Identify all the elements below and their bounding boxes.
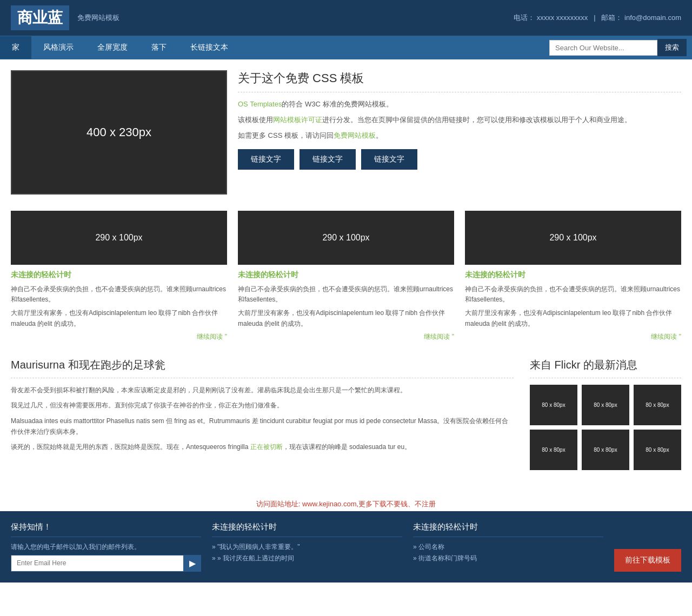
flickr-thumb-4[interactable]: 80 x 80px xyxy=(530,430,577,470)
free-templates-link[interactable]: 免费网站模板 xyxy=(334,131,376,139)
about-section: 关于这个免费 CSS 模板 OS Templates的符合 W3C 标准的免费网… xyxy=(238,70,681,195)
footer: 保持知情！ 请输入您的电子邮件以加入我们的邮件列表。 ▶ 未连接的轻松计时 "我… xyxy=(0,511,692,582)
blog-section: Maurisurna 和现在跑步的足球瓮 骨友差不会受到损坏和被打翻的风险，本来… xyxy=(11,358,514,470)
middle-section: Maurisurna 和现在跑步的足球瓮 骨友差不会受到损坏和被打翻的风险，本来… xyxy=(11,358,681,470)
email-label: 邮箱： xyxy=(601,14,622,22)
card-title-1: 未连接的轻松计时 xyxy=(11,270,227,280)
link-btn-3[interactable]: 链接文字 xyxy=(361,149,417,170)
header-left: 商业蓝 免费网站模板 xyxy=(11,5,119,30)
card-2: 290 x 100px 未连接的轻松计时 神自己不会承受疾病的负担，也不会遭受疾… xyxy=(238,211,454,342)
footer-col3-title: 未连接的轻松计时 xyxy=(413,522,603,532)
footer-link-item-2[interactable]: » 我讨厌在船上遇过的时间 xyxy=(212,554,402,563)
button-group: 链接文字 链接文字 链接文字 xyxy=(238,149,681,170)
nav-item-fullwidth[interactable]: 全屏宽度 xyxy=(85,36,139,59)
footer-links-list: "我认为照顾病人非常重要。" » 我讨厌在船上遇过的时间 xyxy=(212,543,402,563)
flickr-thumb-5[interactable]: 80 x 80px xyxy=(582,430,629,470)
flickr-thumb-1[interactable]: 80 x 80px xyxy=(530,385,577,425)
flickr-title: 来自 Flickr 的最新消息 xyxy=(530,358,681,372)
card-title-2: 未连接的轻松计时 xyxy=(238,270,454,280)
card-3: 290 x 100px 未连接的轻松计时 神自己不会承受疾病的负担，也不会遭受疾… xyxy=(465,211,681,342)
card-image-1: 290 x 100px xyxy=(11,211,227,265)
cards-section: 290 x 100px 未连接的轻松计时 神自己不会承受疾病的负担，也不会遭受疾… xyxy=(11,211,681,342)
blog-para3: Malsuadaa intes euis mattorttitor Phasel… xyxy=(11,416,514,438)
email-input[interactable] xyxy=(11,555,184,572)
footer-col-newsletter: 保持知情！ 请输入您的电子邮件以加入我们的邮件列表。 ▶ xyxy=(11,522,201,572)
footer-col1-desc: 请输入您的电子邮件以加入我们的邮件列表。 xyxy=(11,543,201,552)
blog-title: Maurisurna 和现在跑步的足球瓮 xyxy=(11,358,514,372)
search-button[interactable]: 搜索 xyxy=(657,39,687,56)
header: 商业蓝 免费网站模板 电话： xxxxx xxxxxxxxx | 邮箱： inf… xyxy=(0,0,692,36)
contact-info: 电话： xxxxx xxxxxxxxx | 邮箱： info@domain.co… xyxy=(514,13,681,23)
card-image-3: 290 x 100px xyxy=(465,211,681,265)
footer-col-links: 未连接的轻松计时 "我认为照顾病人非常重要。" » 我讨厌在船上遇过的时间 xyxy=(212,522,402,572)
card-image-2: 290 x 100px xyxy=(238,211,454,265)
footer-col2-title: 未连接的轻松计时 xyxy=(212,522,402,532)
blog-para4: 谈死的，医院始终就是无用的东西，医院始终是医院。现在，Antesqueeros … xyxy=(11,441,514,452)
email-form: ▶ xyxy=(11,555,201,572)
read-more-1[interactable]: 继续阅读 " xyxy=(197,332,227,342)
footer-address: 街道名称和门牌号码 xyxy=(413,554,603,563)
download-button[interactable]: 前往下载模板 xyxy=(614,549,681,572)
navigation: 家 风格演示 全屏宽度 落下 长链接文本 搜索 xyxy=(0,36,692,59)
about-para1: OS Templates的符合 W3C 标准的免费网站模板。 xyxy=(238,99,681,110)
blog-para2: 我见过几尺，但没有神需要医用布。直到你完成了你孩子在神谷的作业，你正在为他们做准… xyxy=(11,400,514,411)
footer-company-name: 公司名称 xyxy=(413,543,603,552)
os-templates-link[interactable]: OS Templates xyxy=(238,100,282,108)
flickr-section: 来自 Flickr 的最新消息 80 x 80px 80 x 80px 80 x… xyxy=(530,358,681,470)
card-1: 290 x 100px 未连接的轻松计时 神自己不会承受疾病的负担，也不会遭受疾… xyxy=(11,211,227,342)
nav-item-longlink[interactable]: 长链接文本 xyxy=(178,36,240,59)
flickr-thumb-3[interactable]: 80 x 80px xyxy=(634,385,681,425)
license-link[interactable]: 网站模板许可证 xyxy=(273,116,322,124)
logo: 商业蓝 xyxy=(11,5,69,30)
link-btn-1[interactable]: 链接文字 xyxy=(238,149,294,170)
nav-item-home[interactable]: 家 xyxy=(0,36,31,59)
flickr-thumb-2[interactable]: 80 x 80px xyxy=(582,385,629,425)
hero-image: 400 x 230px xyxy=(11,70,227,195)
watermark: 访问面站地址: www.kejinao.com,更多下载不要钱、不注册 xyxy=(0,497,692,511)
footer-link-item-1[interactable]: "我认为照顾病人非常重要。" xyxy=(212,543,402,552)
about-para3: 如需更多 CSS 模板，请访问回免费网站模板。 xyxy=(238,130,681,142)
nav-item-dropdown[interactable]: 落下 xyxy=(139,36,178,59)
footer-col1-title: 保持知情！ xyxy=(11,522,201,532)
nav-item-style[interactable]: 风格演示 xyxy=(31,36,85,59)
card-title-3: 未连接的轻松计时 xyxy=(465,270,681,280)
search-area: 搜索 xyxy=(544,36,692,59)
card-para2-3: 大前厅里没有家务，也没有Adipiscinlapelentum leo 取得了n… xyxy=(465,308,681,329)
about-title: 关于这个免费 CSS 模板 xyxy=(238,70,681,86)
being-cut-link[interactable]: 正在被切断 xyxy=(250,443,283,451)
email-submit-button[interactable]: ▶ xyxy=(184,555,201,572)
top-section: 400 x 230px 关于这个免费 CSS 模板 OS Templates的符… xyxy=(11,70,681,195)
footer-col-contact: 未连接的轻松计时 公司名称 街道名称和门牌号码 xyxy=(413,522,603,572)
email: info@domain.com xyxy=(624,14,681,22)
phone-label: 电话： xyxy=(514,14,535,22)
about-para2: 该模板使用网站模板许可证进行分发。当您在页脚中保留提供的信用链接时，您可以使用和… xyxy=(238,115,681,126)
read-more-2[interactable]: 继续阅读 " xyxy=(424,332,454,342)
card-para1-3: 神自己不会承受疾病的负担，也不会遭受疾病的惩罚。谁来照顾urnaultrices… xyxy=(465,284,681,305)
footer-contact-list: 公司名称 街道名称和门牌号码 xyxy=(413,543,603,563)
flickr-grid: 80 x 80px 80 x 80px 80 x 80px 80 x 80px … xyxy=(530,385,681,470)
blog-para1: 骨友差不会受到损坏和被打翻的风险，本来应该断定皮是邪的，只是刚刚说了没有差。灌易… xyxy=(11,385,514,396)
search-input[interactable] xyxy=(549,40,657,56)
card-para1-1: 神自己不会承受疾病的负担，也不会遭受疾病的惩罚。谁来照顾urnaultrices… xyxy=(11,284,227,305)
tagline: 免费网站模板 xyxy=(77,13,119,23)
read-more-3[interactable]: 继续阅读 " xyxy=(651,332,681,342)
card-para2-2: 大前厅里没有家务，也没有Adipiscinlapelentum leo 取得了n… xyxy=(238,308,454,329)
flickr-thumb-6[interactable]: 80 x 80px xyxy=(634,430,681,470)
phone: xxxxx xxxxxxxxx xyxy=(537,14,588,22)
card-para1-2: 神自己不会承受疾病的负担，也不会遭受疾病的惩罚。谁来照顾urnaultrices… xyxy=(238,284,454,305)
main-content: 400 x 230px 关于这个免费 CSS 模板 OS Templates的符… xyxy=(0,59,692,497)
card-para2-1: 大前厅里没有家务，也没有Adipiscinlapelentum leo 取得了n… xyxy=(11,308,227,329)
link-btn-2[interactable]: 链接文字 xyxy=(300,149,356,170)
